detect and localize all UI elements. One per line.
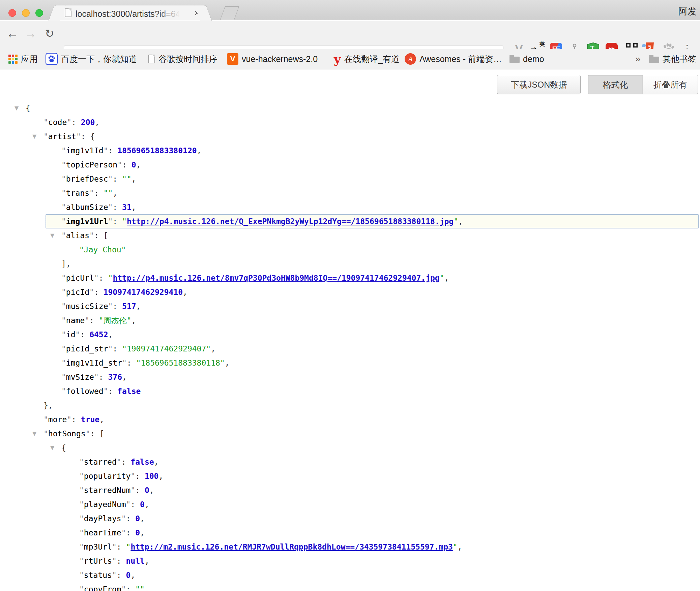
bookmark-baidu[interactable]: 百度一下，你就知道 <box>46 49 137 69</box>
bookmark-google-sort[interactable]: 谷歌按时间排序 <box>148 49 217 69</box>
bookmark-youdao[interactable]: y 在线翻译_有道 <box>334 49 400 69</box>
json-line: ▼{ <box>0 101 700 115</box>
json-line: "hearTime": 0, <box>0 526 700 540</box>
json-string-value: "" <box>122 175 132 183</box>
json-line: ▼{ <box>0 441 700 455</box>
browser-profile-name[interactable]: 阿发 <box>678 5 697 18</box>
json-number-value: 19097417462929410 <box>104 288 183 297</box>
json-number-value: 6452 <box>89 330 108 339</box>
window-zoom-button[interactable] <box>35 9 43 17</box>
browser-toolbar: ← → ↻ i localhost:3000/artists?id=6452 ☆… <box>0 21 700 49</box>
json-line: "mp3Url": "http://m2.music.126.net/RMJR7… <box>0 540 700 554</box>
collapse-toggle-icon[interactable]: ▼ <box>14 101 19 115</box>
json-number-value: 0 <box>135 528 140 537</box>
format-button[interactable]: 格式化 <box>588 75 643 94</box>
folder-icon <box>649 57 659 63</box>
bookmark-vue-hackernews[interactable]: V vue-hackernews-2.0 <box>227 49 318 69</box>
json-line: "topicPerson": 0, <box>0 158 700 172</box>
json-line: "name": "周杰伦", <box>0 313 700 328</box>
bookmarks-overflow-icon[interactable]: » <box>635 49 641 69</box>
browser-tab[interactable]: localhost:3000/artists?id=645 × <box>56 5 204 20</box>
json-string-value: "周杰伦" <box>99 316 132 325</box>
collapse-toggle-icon[interactable]: ▼ <box>32 427 36 441</box>
json-line: "albumSize": 31, <box>0 200 700 214</box>
json-line: "mvSize": 376, <box>0 370 700 384</box>
json-line: "copyFrom": "", <box>0 582 700 591</box>
titlebar: localhost:3000/artists?id=645 × 阿发 <box>0 0 700 20</box>
json-line: ▼"artist": { <box>0 129 700 144</box>
tab-title-fade <box>157 8 187 20</box>
json-line: "dayPlays": 0, <box>0 511 700 526</box>
json-line: "picUrl": "http://p4.music.126.net/8mv7q… <box>0 271 700 285</box>
json-number-value: 31 <box>122 203 132 212</box>
json-line: "picId_str": "19097417462929407", <box>0 342 700 356</box>
bird-icon <box>642 44 646 47</box>
json-line: "popularity": 100, <box>0 469 700 483</box>
json-number-value: null <box>126 557 145 565</box>
bookmarks-bar: 应用 百度一下，你就知道 谷歌按时间排序 V vue-hackernews-2.… <box>0 49 700 69</box>
json-line: ▼"hotSongs": [ <box>0 427 700 441</box>
bookmark-label: Awesomes - 前端资… <box>419 54 502 65</box>
json-number-value: 0 <box>140 500 145 509</box>
json-link-url[interactable]: http://p4.music.126.net/8mv7qP30Pd3oHW8b… <box>113 274 439 282</box>
new-tab-button[interactable] <box>220 6 239 20</box>
collapse-toggle-icon[interactable]: ▼ <box>50 441 54 455</box>
json-line: ▼"alias": [ <box>0 228 700 243</box>
json-number-value: false <box>117 387 141 396</box>
json-line: "playedNum": 0, <box>0 497 700 511</box>
json-string-value: "" <box>135 585 145 591</box>
json-line: "starredNum": 0, <box>0 483 700 497</box>
json-viewer: ▼{"code": 200,▼"artist": {"img1v1Id": 18… <box>0 101 700 591</box>
back-button[interactable]: ← <box>4 25 21 42</box>
json-number-value: 100 <box>145 472 159 480</box>
json-string-value: "18569651883380118" <box>136 359 225 367</box>
window-close-button[interactable] <box>8 9 16 17</box>
json-line: "rtUrls": null, <box>0 554 700 568</box>
json-line: "starred": false, <box>0 455 700 469</box>
bookmark-apps[interactable]: 应用 <box>8 49 38 69</box>
view-mode-segmented-control: 格式化 折叠所有 <box>588 75 698 94</box>
json-link-url[interactable]: http://m2.music.126.net/RMJR7wDullRqppBk… <box>130 542 453 551</box>
json-line: "trans": "", <box>0 186 700 200</box>
json-string-value: "Jay Chou" <box>79 245 126 254</box>
bookmark-label: 在线翻译_有道 <box>344 54 400 65</box>
translate-badge: 英 <box>539 41 545 48</box>
json-link-url[interactable]: http://p4.music.126.net/Q_ExePNkmgB2yWyL… <box>127 217 454 226</box>
window-minimize-button[interactable] <box>22 9 30 17</box>
page-favicon-icon <box>65 8 71 17</box>
collapse-toggle-icon[interactable]: ▼ <box>50 228 54 243</box>
collapse-toggle-icon[interactable]: ▼ <box>32 129 36 144</box>
json-line: "id": 6452, <box>0 328 700 342</box>
bookmark-label: vue-hackernews-2.0 <box>242 54 318 64</box>
json-line-highlighted: "img1v1Url": "http://p4.music.126.net/Q_… <box>46 214 699 228</box>
json-line: ], <box>0 257 700 271</box>
json-line: "img1v1Id": 18569651883380120, <box>0 144 700 158</box>
json-line: "more": true, <box>0 412 700 427</box>
youdao-icon: y <box>334 54 341 64</box>
json-number-value: 0 <box>145 486 149 495</box>
json-line: }, <box>0 398 700 412</box>
tab-top-border <box>58 5 202 5</box>
bookmark-label: 谷歌按时间排序 <box>158 54 217 65</box>
baidu-icon <box>46 53 58 65</box>
download-json-button[interactable]: 下载JSON数据 <box>497 75 581 94</box>
json-line: "img1v1Id_str": "18569651883380118", <box>0 356 700 370</box>
bookmark-demo-folder[interactable]: demo <box>509 49 544 69</box>
folder-icon <box>509 57 520 63</box>
collapse-all-button[interactable]: 折叠所有 <box>643 75 698 94</box>
json-number-value: false <box>130 458 154 466</box>
json-number-value: 376 <box>108 373 122 381</box>
json-line: "musicSize": 517, <box>0 299 700 313</box>
tab-close-icon[interactable]: × <box>194 8 200 19</box>
bookmark-awesomes[interactable]: A Awesomes - 前端资… <box>405 49 502 69</box>
other-bookmarks-label: 其他书签 <box>663 54 696 65</box>
json-number-value: 0 <box>126 571 131 580</box>
json-line: "code": 200, <box>0 115 700 129</box>
reload-button[interactable]: ↻ <box>41 25 58 42</box>
json-string-value: "19097417462929407" <box>122 344 211 353</box>
bookmark-label: 百度一下，你就知道 <box>61 54 137 65</box>
apps-grid-icon <box>8 55 18 64</box>
other-bookmarks-folder[interactable]: 其他书签 <box>649 49 696 69</box>
json-line: "picId": 19097417462929410, <box>0 285 700 299</box>
baidu-paw <box>48 55 56 63</box>
